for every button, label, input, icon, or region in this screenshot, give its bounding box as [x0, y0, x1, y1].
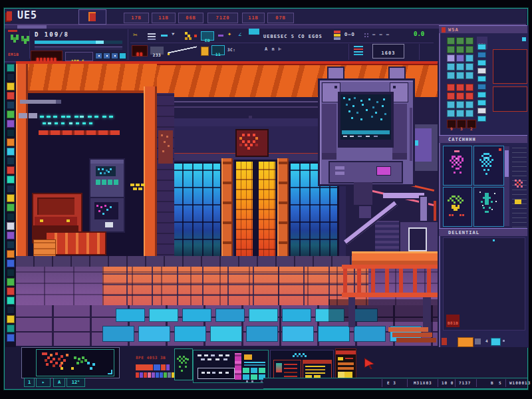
palette-swatch[interactable] — [456, 37, 464, 45]
frame-count-box[interactable]: 1603 — [372, 44, 404, 59]
tool-cell[interactable] — [7, 213, 15, 221]
sidebar-header-detail[interactable]: DELENTIAL — [439, 228, 527, 236]
palette-swatch[interactable] — [456, 92, 464, 100]
tool-cell[interactable] — [7, 297, 15, 305]
digit-chip-3[interactable]: 2 — [467, 120, 476, 128]
palette-swatch[interactable] — [466, 46, 473, 53]
menu-item-2[interactable]: 11B — [152, 13, 176, 23]
angle-icon[interactable]: ∠ — [238, 31, 241, 38]
tool-cell[interactable] — [7, 110, 15, 118]
detail-panel[interactable]: B81B — [443, 237, 525, 331]
palette-swatch[interactable] — [466, 63, 473, 70]
palette-swatch[interactable] — [466, 72, 473, 79]
minimap-button-1[interactable]: 1 — [24, 378, 35, 387]
mini-swatch[interactable] — [148, 372, 151, 378]
tool-cell[interactable] — [7, 259, 15, 267]
palette-swatch[interactable] — [456, 110, 464, 117]
stack-icon[interactable] — [334, 31, 340, 33]
bar-segment[interactable] — [166, 364, 170, 370]
tool-cell[interactable] — [7, 101, 15, 109]
palette-swatch[interactable] — [447, 110, 455, 117]
palette-swatch[interactable] — [447, 92, 455, 100]
tool-cell[interactable] — [7, 194, 15, 202]
palette-swatch[interactable] — [447, 84, 455, 91]
palette-swatch[interactable] — [447, 101, 455, 108]
red-mini-button[interactable] — [442, 338, 447, 345]
strip-button[interactable] — [477, 108, 486, 114]
palette-swatch[interactable] — [466, 110, 473, 117]
strip-button[interactable] — [477, 116, 486, 122]
minimap-button-4[interactable]: 12° — [66, 378, 85, 387]
palette-swatch[interactable] — [447, 55, 455, 62]
small-button-2[interactable] — [104, 53, 110, 59]
mini-swatch[interactable] — [168, 372, 171, 378]
palette-swatch[interactable] — [456, 46, 464, 53]
red-dot-icon[interactable] — [194, 35, 197, 37]
cyan-swatch[interactable] — [491, 338, 501, 346]
mini-swatch[interactable] — [160, 372, 163, 378]
palette-swatch[interactable] — [447, 72, 455, 79]
tool-cell[interactable] — [7, 325, 15, 332]
palette-swatch[interactable] — [456, 72, 464, 79]
menu-item-6[interactable]: 07B — [267, 13, 294, 23]
small-button-4[interactable] — [120, 53, 126, 59]
scrollbar-thumb[interactable] — [505, 150, 509, 177]
tool-cell[interactable] — [7, 129, 15, 137]
mini-swatch[interactable] — [140, 372, 143, 378]
minimap[interactable] — [36, 349, 114, 376]
viewport-canvas[interactable] — [16, 61, 438, 346]
tool-cell[interactable] — [7, 287, 15, 295]
bar-segment[interactable] — [136, 364, 153, 370]
palette-swatch[interactable] — [456, 55, 464, 62]
tool-cell[interactable] — [7, 64, 15, 72]
slider-track[interactable] — [35, 47, 122, 50]
palette-swatch[interactable] — [447, 37, 455, 45]
sidebar-header-assets[interactable]: CATCHHHH — [439, 135, 527, 143]
tool-cell[interactable] — [7, 148, 15, 156]
tool-cell[interactable] — [7, 166, 15, 174]
c11-box[interactable]: 11 — [211, 45, 225, 55]
palette-swatch[interactable] — [466, 101, 473, 108]
tool-cell[interactable] — [7, 315, 15, 323]
teal-box-icon[interactable] — [249, 29, 259, 35]
strip-button[interactable] — [477, 76, 486, 82]
green-sprite-box[interactable] — [174, 348, 193, 380]
strip-button[interactable] — [477, 44, 486, 50]
pen-line-icon[interactable] — [168, 44, 197, 56]
tool-cell[interactable] — [7, 231, 15, 239]
palette-swatch[interactable] — [466, 84, 473, 91]
digit-chip-1[interactable]: 9 — [447, 120, 456, 128]
home-tab[interactable] — [78, 9, 106, 25]
mini-swatch[interactable] — [152, 372, 155, 378]
tool-cell[interactable] — [7, 138, 15, 146]
palette-swatch[interactable] — [456, 84, 464, 91]
mini-swatch[interactable] — [136, 372, 139, 378]
mini-swatch[interactable] — [164, 372, 167, 378]
menu-item-1[interactable]: 17B — [124, 13, 149, 23]
progress-track[interactable] — [35, 41, 122, 44]
mini-swatch[interactable] — [156, 372, 159, 378]
bar-segment[interactable] — [154, 364, 160, 370]
menu-item-5[interactable]: 11B — [242, 13, 265, 23]
minimap-button-3[interactable]: A — [53, 378, 65, 387]
tool-cell[interactable] — [7, 250, 15, 258]
tool-cell[interactable] — [7, 203, 15, 211]
tool-cell[interactable] — [7, 157, 15, 165]
grey-mini-button[interactable] — [475, 338, 481, 344]
asset-scrollbar[interactable] — [504, 146, 509, 226]
tool-cell[interactable] — [7, 334, 15, 342]
palette-swatch[interactable] — [456, 63, 464, 70]
tool-cell[interactable] — [7, 269, 15, 277]
tool-cell[interactable] — [7, 306, 15, 314]
palette-swatch[interactable] — [466, 55, 473, 62]
strip-button[interactable] — [477, 92, 486, 98]
cyan-dash-icon[interactable] — [161, 35, 168, 37]
tool-cell[interactable] — [7, 176, 15, 184]
asset-tile-teal[interactable] — [473, 187, 504, 227]
outliner-box-1[interactable] — [493, 49, 527, 84]
tool-cell[interactable] — [7, 120, 15, 128]
menu-item-3[interactable]: 06B — [178, 13, 203, 23]
digit-chip-2[interactable]: 3 — [457, 120, 466, 128]
tool-cell[interactable] — [7, 222, 15, 230]
palette-swatch[interactable] — [456, 101, 464, 108]
